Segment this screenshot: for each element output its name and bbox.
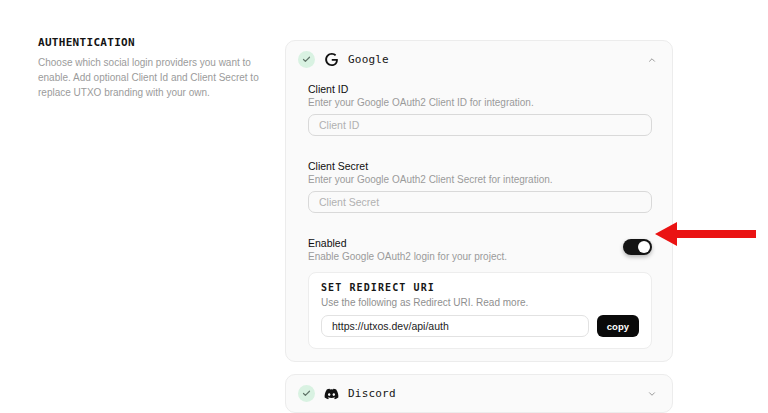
chevron-down-icon[interactable] — [646, 388, 657, 399]
authentication-section-info: AUTHENTICATION Choose which social login… — [38, 36, 274, 100]
redirect-uri-title: SET REDIRECT URI — [321, 282, 639, 293]
client-secret-description: Enter your Google OAuth2 Client Secret f… — [308, 174, 652, 185]
providers-list: Google Client ID Enter your Google OAuth… — [285, 40, 673, 413]
enabled-setting-row: Enabled Enable Google OAuth2 login for y… — [308, 237, 652, 262]
enabled-toggle[interactable] — [623, 239, 652, 255]
client-id-label: Client ID — [308, 83, 652, 95]
discord-card-header[interactable]: Discord — [286, 375, 672, 412]
redirect-uri-description: Use the following as Redirect URI. Read … — [321, 297, 639, 308]
enabled-description: Enable Google OAuth2 login for your proj… — [308, 251, 507, 262]
google-provider-name: Google — [348, 53, 389, 66]
client-secret-label: Client Secret — [308, 160, 652, 172]
discord-provider-name: Discord — [348, 387, 396, 400]
section-description: Choose which social login providers you … — [38, 56, 274, 100]
chevron-up-icon[interactable] — [646, 54, 657, 65]
redirect-uri-row: copy — [321, 315, 639, 337]
read-more-link[interactable]: Read more. — [476, 297, 528, 308]
discord-icon — [324, 386, 339, 401]
google-provider-card: Google Client ID Enter your Google OAuth… — [285, 40, 673, 362]
redirect-uri-card: SET REDIRECT URI Use the following as Re… — [308, 272, 652, 349]
redirect-uri-input[interactable] — [321, 315, 589, 337]
client-id-field-group: Client ID Enter your Google OAuth2 Clien… — [308, 83, 652, 136]
enabled-label: Enabled — [308, 237, 507, 249]
check-icon — [298, 51, 315, 68]
google-card-header[interactable]: Google — [286, 41, 672, 78]
google-card-body: Client ID Enter your Google OAuth2 Clien… — [286, 78, 672, 361]
check-icon — [298, 385, 315, 402]
toggle-knob — [638, 241, 650, 253]
google-g-icon — [324, 52, 339, 67]
red-arrow-annotation — [655, 221, 756, 247]
client-id-description: Enter your Google OAuth2 Client ID for i… — [308, 97, 652, 108]
section-title: AUTHENTICATION — [38, 36, 274, 49]
copy-button[interactable]: copy — [597, 315, 639, 337]
authentication-settings-page: AUTHENTICATION Choose which social login… — [0, 0, 768, 413]
discord-provider-card: Discord — [285, 374, 673, 413]
enabled-texts: Enabled Enable Google OAuth2 login for y… — [308, 237, 507, 262]
client-secret-input[interactable] — [308, 191, 652, 213]
client-id-input[interactable] — [308, 114, 652, 136]
client-secret-field-group: Client Secret Enter your Google OAuth2 C… — [308, 160, 652, 213]
